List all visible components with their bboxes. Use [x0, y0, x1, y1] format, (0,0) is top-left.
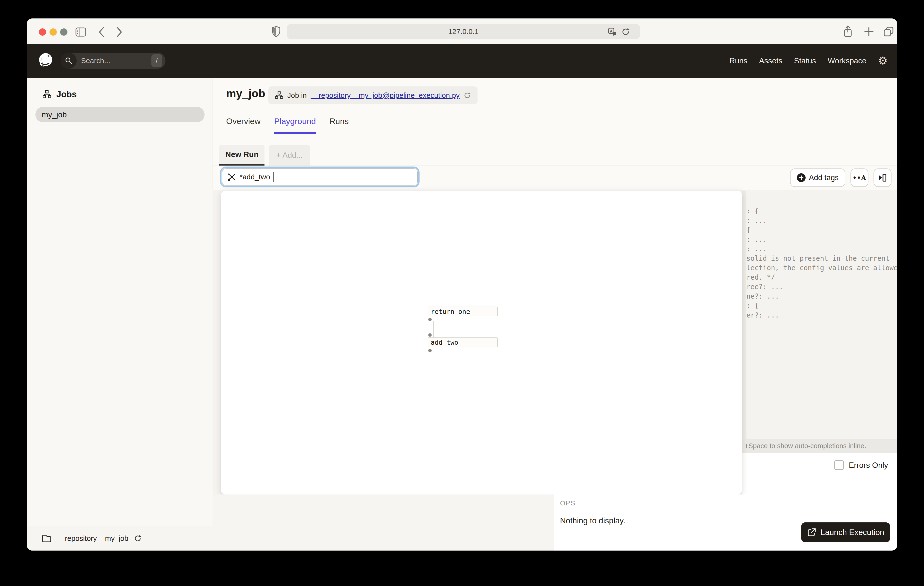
op-selector-focus-ring: *add_two	[220, 167, 419, 187]
search-icon	[61, 53, 77, 69]
search-placeholder: Search...	[81, 56, 152, 65]
jobs-icon	[42, 90, 51, 99]
add-config-tab-label: + Add...	[276, 151, 303, 160]
svg-text:A: A	[610, 29, 613, 33]
launch-icon	[807, 528, 816, 537]
expand-panel-button[interactable]	[873, 169, 891, 187]
add-config-tab-button[interactable]: + Add...	[269, 145, 310, 166]
zoom-window-button[interactable]	[60, 28, 68, 36]
node-label: return_one	[431, 308, 470, 315]
url-text: 127.0.0.1	[448, 27, 478, 36]
breadcrumb-prefix: Job in	[287, 91, 307, 99]
browser-chrome: 127.0.0.1 A	[27, 18, 897, 44]
job-icon	[275, 91, 284, 100]
graph-node-add-two[interactable]: add_two	[428, 338, 498, 347]
nav-status[interactable]: Status	[794, 56, 816, 65]
reload-icon[interactable]	[621, 27, 630, 36]
shield-icon[interactable]	[272, 26, 280, 37]
autocomplete-hint-text: +Space to show auto-completions inline.	[744, 442, 866, 450]
page-title: my_job	[226, 87, 265, 100]
tab-overview[interactable]: Overview	[226, 116, 261, 134]
text-cursor	[274, 172, 274, 182]
play-panel-icon	[877, 172, 888, 183]
errors-filter-area	[742, 453, 897, 495]
plus-icon	[797, 173, 805, 182]
nav-runs[interactable]: Runs	[729, 56, 747, 65]
node-label: add_two	[431, 339, 459, 346]
app-topbar: Search... / Runs Assets Status Workspace…	[27, 44, 897, 78]
run-strip-divider	[213, 166, 897, 166]
add-tags-button[interactable]: Add tags	[790, 169, 845, 187]
topbar-nav: Runs Assets Status Workspace ⚙	[729, 55, 888, 66]
tab-playground[interactable]: Playground	[274, 116, 316, 134]
ops-empty-message: Nothing to display.	[560, 516, 625, 525]
input-dot	[428, 333, 432, 337]
op-graph-icon	[227, 172, 236, 182]
reload-repository-icon[interactable]	[134, 534, 142, 543]
url-bar[interactable]: 127.0.0.1 A	[287, 24, 640, 39]
job-tabs: Overview Playground Runs	[226, 116, 349, 134]
new-run-tab-label: New Run	[225, 150, 259, 159]
sidebar-heading: Jobs	[42, 89, 77, 99]
bottom-left-panel	[213, 495, 554, 551]
settings-gear-icon[interactable]: ⚙	[878, 55, 888, 66]
sidebar-heading-label: Jobs	[56, 89, 77, 99]
graph-edge	[433, 321, 434, 338]
global-search[interactable]: Search... /	[61, 53, 165, 69]
launch-execution-button[interactable]: Launch Execution	[801, 522, 890, 542]
screen: 127.0.0.1 A	[0, 0, 924, 586]
op-selector-input[interactable]: *add_two	[222, 169, 417, 185]
sidebar-toggle-icon[interactable]	[75, 27, 88, 37]
repository-link[interactable]: __repository__my_job@pipeline_execution.…	[310, 91, 460, 99]
jobs-sidebar: Jobs my_job __repository__my_job	[27, 78, 213, 551]
repository-name: __repository__my_job	[57, 534, 129, 543]
close-window-button[interactable]	[39, 28, 46, 36]
minimize-window-button[interactable]	[50, 28, 57, 36]
config-editor[interactable]: : {: ...{: ...: ...solid is not present …	[746, 206, 897, 320]
dagster-logo[interactable]	[38, 53, 54, 69]
nav-workspace[interactable]: Workspace	[828, 56, 866, 65]
translate-icon[interactable]: A	[607, 27, 617, 36]
graph-node-return-one[interactable]: return_one	[428, 306, 498, 316]
tab-runs[interactable]: Runs	[330, 116, 349, 134]
job-origin-breadcrumb: Job in __repository__my_job@pipeline_exe…	[268, 86, 477, 104]
repository-footer[interactable]: __repository__my_job	[27, 526, 213, 551]
ops-panel-heading: OPS	[560, 499, 576, 507]
autocomplete-button-label: ••A	[853, 174, 866, 181]
launch-execution-label: Launch Execution	[821, 528, 884, 537]
errors-only-checkbox[interactable]	[834, 460, 844, 470]
sidebar-item-label: my_job	[42, 110, 67, 119]
sidebar-item-my-job[interactable]: my_job	[35, 107, 205, 122]
forward-button[interactable]	[116, 27, 123, 37]
editor-gutter	[742, 190, 746, 439]
folder-icon	[42, 534, 51, 543]
add-tags-label: Add tags	[809, 173, 838, 182]
op-selector-value: *add_two	[240, 173, 270, 181]
search-shortcut-badge: /	[152, 55, 162, 67]
tab-overview-icon[interactable]	[883, 26, 894, 37]
back-button[interactable]	[98, 27, 105, 37]
output-dot	[428, 318, 432, 321]
reload-job-icon[interactable]	[464, 91, 471, 99]
errors-only-label: Errors Only	[849, 461, 888, 470]
output-dot	[428, 349, 432, 352]
browser-window: 127.0.0.1 A	[27, 18, 897, 551]
nav-assets[interactable]: Assets	[759, 56, 782, 65]
autocomplete-button[interactable]: ••A	[850, 169, 868, 187]
new-run-tab[interactable]: New Run	[219, 145, 264, 166]
new-tab-button[interactable]	[864, 27, 874, 37]
share-icon[interactable]	[843, 25, 853, 38]
autocomplete-hint-bar: +Space to show auto-completions inline.	[742, 439, 897, 453]
